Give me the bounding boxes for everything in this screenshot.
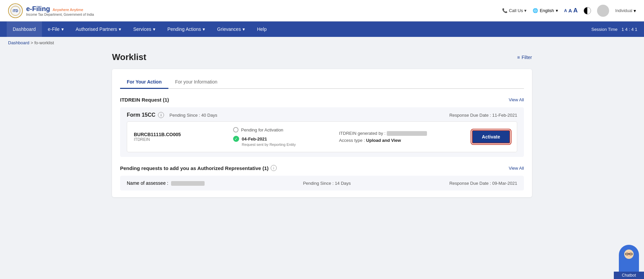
- status-col: Pending for Activation ✓ 04-Feb-2021 Req…: [233, 127, 300, 147]
- form-row: Form 15CC i Pending Since : 40 Days Resp…: [120, 107, 524, 157]
- tab-for-your-action-label: For Your Action: [127, 79, 162, 85]
- font-medium-button[interactable]: A: [568, 8, 572, 13]
- emblem-icon: ITD: [8, 3, 23, 18]
- page-title: Worklist: [112, 52, 146, 62]
- status-completed-row: ✓ 04-Feb-2021: [233, 136, 300, 142]
- auth-rep-title: Pending requests to add you as Authorize…: [120, 165, 269, 171]
- efiling-brand: e-Filing Anywhere Anytime: [26, 5, 94, 13]
- call-us-button[interactable]: 📞 Call Us ▾: [502, 8, 527, 13]
- session-time-value: 1 4 : 4 1: [622, 27, 637, 32]
- nav-efile[interactable]: e-File ▾: [42, 21, 70, 37]
- status-desc: Request sent by Reporting Entity: [242, 143, 300, 147]
- page-header: Worklist ≡ Filter: [112, 52, 532, 62]
- language-chevron: ▾: [556, 8, 558, 13]
- font-size-controls: A A A: [564, 7, 578, 14]
- auth-rep-info-icon[interactable]: i: [271, 165, 277, 171]
- nav-authorised-partners-chevron: ▾: [119, 26, 121, 32]
- tab-for-your-information[interactable]: For your Information: [168, 76, 224, 89]
- main-content: Worklist ≡ Filter For Your Action For yo…: [104, 49, 540, 207]
- nav-efile-chevron: ▾: [61, 26, 64, 32]
- form-name-area: Form 15CC i Pending Since : 40 Days: [127, 112, 217, 118]
- efiling-label: e-Filing: [26, 5, 50, 12]
- logo-text: e-Filing Anywhere Anytime Income Tax Dep…: [26, 5, 94, 17]
- breadcrumb-home[interactable]: Dashboard: [8, 40, 30, 45]
- access-type: Access type : Upload and View: [339, 138, 433, 143]
- nav-authorised-partners[interactable]: Authorised Partners ▾: [70, 21, 127, 37]
- auth-rep-view-all[interactable]: View All: [509, 166, 524, 171]
- font-large-button[interactable]: A: [573, 7, 578, 14]
- avatar: [597, 5, 609, 17]
- itdrein-section-header: ITDREIN Request (1) View All: [120, 97, 524, 103]
- header-right: 📞 Call Us ▾ 🌐 English ▾ A A A Individual…: [502, 5, 636, 17]
- assessee-pending-since: Pending Since : 14 Days: [303, 181, 351, 186]
- assessee-name-label: Name of assessee :: [127, 180, 170, 186]
- contrast-toggle[interactable]: [584, 7, 591, 14]
- nav-pending-actions[interactable]: Pending Actions ▾: [161, 21, 211, 37]
- form-name-label: Form 15CC: [127, 112, 155, 118]
- nav-authorised-partners-label: Authorised Partners: [76, 26, 117, 32]
- font-small-button[interactable]: A: [564, 8, 567, 13]
- session-time-label: Session Time: [591, 27, 618, 32]
- user-chevron: ▾: [634, 8, 636, 13]
- nav-pending-actions-chevron: ▾: [203, 26, 205, 32]
- itdrein-view-all[interactable]: View All: [509, 97, 524, 102]
- tab-for-your-information-label: For your Information: [175, 79, 217, 85]
- auth-rep-section-header: Pending requests to add you as Authorize…: [120, 165, 524, 171]
- navbar: Dashboard e-File ▾ Authorised Partners ▾…: [0, 21, 644, 37]
- request-type: ITDREIN: [134, 137, 194, 142]
- tab-for-your-action[interactable]: For Your Action: [120, 76, 168, 89]
- activate-button[interactable]: Activate: [472, 130, 510, 144]
- itdrein-section-title: ITDREIN Request (1): [120, 97, 169, 103]
- filter-icon: ≡: [517, 55, 520, 60]
- language-label: English: [540, 8, 554, 13]
- pending-circle-icon: [233, 127, 238, 132]
- form-name: Form 15CC i: [127, 112, 164, 118]
- nav-grievances-chevron: ▾: [243, 26, 245, 32]
- access-type-value: Upload and View: [366, 138, 401, 143]
- nav-help[interactable]: Help: [251, 21, 273, 37]
- nav-grievances[interactable]: Grievances ▾: [211, 21, 251, 37]
- nav-dashboard-label: Dashboard: [13, 26, 36, 32]
- request-item: BURCB1111B.CO005 ITDREIN Pending for Act…: [127, 121, 517, 152]
- user-type-label: Individual: [615, 8, 632, 13]
- form-pending-since: Pending Since : 40 Days: [169, 113, 217, 118]
- check-circle-icon: ✓: [233, 136, 239, 142]
- user-dropdown[interactable]: Individual ▾: [615, 8, 636, 13]
- call-us-label: Call Us: [509, 8, 523, 13]
- nav-services-label: Services: [133, 26, 151, 32]
- request-id-col: BURCB1111B.CO005 ITDREIN: [134, 132, 194, 142]
- filter-button[interactable]: ≡ Filter: [517, 55, 532, 60]
- language-selector[interactable]: 🌐 English ▾: [533, 8, 558, 13]
- nav-help-label: Help: [257, 26, 267, 32]
- worklist-card: For Your Action For your Information ITD…: [112, 69, 532, 197]
- itdrein-generated-by: ITDREIN generated by :: [339, 131, 433, 136]
- status-completed: ✓ 04-Feb-2021 Request sent by Reporting …: [233, 136, 300, 147]
- form-info-icon[interactable]: i: [158, 112, 164, 118]
- nav-dashboard[interactable]: Dashboard: [7, 21, 42, 37]
- assessee-due-date: Response Due Date : 09-Mar-2021: [449, 181, 517, 186]
- header: ITD e-Filing Anywhere Anytime Income Tax…: [0, 0, 644, 21]
- logo-subtitle: Income Tax Department, Government of Ind…: [26, 13, 94, 17]
- nav-services[interactable]: Services ▾: [127, 21, 161, 37]
- globe-icon: 🌐: [533, 8, 538, 13]
- breadcrumb-separator: >: [31, 40, 34, 45]
- auth-rep-section: Pending requests to add you as Authorize…: [120, 165, 524, 190]
- pending-label: Pending for Activation: [241, 127, 283, 132]
- request-id: BURCB1111B.CO005: [134, 132, 194, 137]
- form-row-header: Form 15CC i Pending Since : 40 Days Resp…: [127, 112, 517, 118]
- anywhere-label: Anywhere Anytime: [53, 8, 83, 12]
- itdrein-info-col: ITDREIN generated by : Access type : Upl…: [339, 131, 433, 143]
- user-info: Individual: [615, 8, 632, 13]
- assessee-name: Name of assessee :: [127, 180, 205, 186]
- itdrein-masked-value: [387, 131, 427, 136]
- assessee-masked-value: [171, 181, 205, 186]
- nav-efile-label: e-File: [48, 26, 60, 32]
- status-date: 04-Feb-2021: [242, 136, 267, 142]
- auth-rep-title-area: Pending requests to add you as Authorize…: [120, 165, 277, 171]
- session-time: Session Time 1 4 : 4 1: [591, 27, 637, 32]
- svg-text:ITD: ITD: [13, 9, 18, 13]
- tabs: For Your Action For your Information: [120, 76, 524, 89]
- nav-pending-actions-label: Pending Actions: [167, 26, 201, 32]
- form-due-date: Response Due Date : 11-Feb-2021: [449, 113, 517, 118]
- nav-services-chevron: ▾: [153, 26, 155, 32]
